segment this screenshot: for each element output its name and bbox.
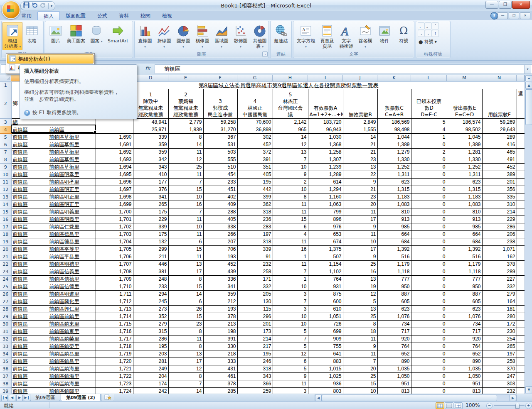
cell-value[interactable]: 23 <box>343 193 377 201</box>
cell-village[interactable]: 前鎮區鎮海里 <box>48 380 96 387</box>
column-header-E[interactable]: E <box>168 75 203 81</box>
row-header-6[interactable]: 6 <box>0 141 11 148</box>
cell-value[interactable]: 623 <box>377 178 411 186</box>
cell-value[interactable]: 11 <box>343 350 377 358</box>
cell-value[interactable]: 236 <box>237 216 273 223</box>
cell-value[interactable]: 197 <box>237 230 273 238</box>
cell-value[interactable]: 229 <box>133 216 168 223</box>
cell-value[interactable]: 258 <box>237 268 273 275</box>
cell-value[interactable]: 985 <box>377 223 411 230</box>
cell-value[interactable]: 332 <box>237 283 273 290</box>
cell-value[interactable]: 9 <box>343 223 377 230</box>
cell-value[interactable]: 21 <box>343 148 377 156</box>
cell-partial[interactable] <box>517 156 525 163</box>
column-header-L[interactable]: L <box>411 75 447 81</box>
cell-value[interactable]: 245 <box>133 298 168 305</box>
cell-value[interactable]: 10 <box>273 163 308 171</box>
row-header-11[interactable]: 11 <box>0 178 11 186</box>
cell-value[interactable]: 25 <box>343 372 377 380</box>
button-區域圖[interactable]: 區域圖 ▾ <box>212 22 231 50</box>
cell-value[interactable]: 7 <box>273 156 308 163</box>
cell-value[interactable]: 623 <box>377 305 411 313</box>
cell-value[interactable]: 0 <box>411 275 447 283</box>
cell-village[interactable]: 前鎮區前鎮里 <box>48 313 96 320</box>
row-header-29[interactable]: 29 <box>0 313 11 320</box>
cell-value[interactable]: 1,311 <box>377 171 411 178</box>
tab-檢視[interactable]: 檢視 <box>156 11 178 20</box>
cell-station[interactable]: 1,722 <box>96 372 133 380</box>
cell-value[interactable]: 764 <box>447 343 482 350</box>
cell-value[interactable]: 1,179 <box>377 260 411 268</box>
cell-district[interactable]: 前鎮區 <box>11 335 48 343</box>
cell-station[interactable]: 1,706 <box>96 253 133 260</box>
button-物件[interactable]: 物件 <box>375 22 394 45</box>
special-glyph-button[interactable]: 、 <box>418 22 425 29</box>
cell-value[interactable]: 439 <box>203 268 237 275</box>
cell-value[interactable]: 283 <box>237 223 273 230</box>
cell-value[interactable]: 318 <box>237 238 273 245</box>
cell-value[interactable]: 0 <box>411 186 447 193</box>
cell-partial[interactable] <box>517 350 525 358</box>
cell-value[interactable]: 16 <box>343 268 377 275</box>
cell-value[interactable]: 1,315 <box>377 186 411 193</box>
cell-value[interactable]: 336 <box>203 275 237 283</box>
cell-district[interactable]: 前鎮區 <box>11 193 48 201</box>
cell-district[interactable]: 前鎮區 <box>11 201 48 208</box>
cell-value[interactable]: 21 <box>343 186 377 193</box>
cell-district[interactable]: 前鎮區 <box>11 290 48 298</box>
cell-station[interactable]: 1,716 <box>96 328 133 335</box>
cell-value[interactable]: 1,083 <box>377 201 411 208</box>
cell-value[interactable]: 29,643 <box>482 126 517 133</box>
cell-value[interactable]: 9 <box>273 372 308 380</box>
cell-district[interactable]: 前鎮區 <box>11 163 48 171</box>
cell-value[interactable]: 254 <box>482 335 517 343</box>
cell-value[interactable]: 335 <box>482 193 517 201</box>
cell-value[interactable]: 1,050 <box>377 372 411 380</box>
cell-value[interactable]: 0 <box>411 208 447 216</box>
cell-value[interactable]: 8 <box>168 328 203 335</box>
cell-value[interactable]: 6 <box>273 358 308 365</box>
row-header-39[interactable]: 39 <box>0 387 11 394</box>
cell-value[interactable]: 0 <box>411 253 447 260</box>
cell-value[interactable]: 213 <box>203 320 237 328</box>
cell-value[interactable]: 249 <box>133 365 168 372</box>
cell-value[interactable]: 610 <box>308 305 343 313</box>
cell-value[interactable]: 1,015 <box>308 365 343 372</box>
maximize-button[interactable]: ❐ <box>499 1 512 9</box>
cell-value[interactable]: 465 <box>482 148 517 156</box>
column-header-K[interactable]: K <box>377 75 411 81</box>
cell-value[interactable]: 5 <box>273 365 308 372</box>
cell-value[interactable]: 1,555 <box>343 126 377 133</box>
row-header-17[interactable]: 17 <box>0 223 11 230</box>
undo-icon[interactable] <box>32 2 38 10</box>
cell-value[interactable]: 59,269 <box>482 118 517 126</box>
special-glyph-button[interactable]: ； <box>418 30 425 37</box>
cell-village[interactable]: 前鎮區草衙里 <box>48 156 96 163</box>
workbook-close-button[interactable]: ✕ <box>520 12 530 19</box>
cell-value[interactable]: 232 <box>237 260 273 268</box>
cell-value[interactable]: 342 <box>133 156 168 163</box>
cell-value[interactable]: 1,118 <box>447 268 482 275</box>
cell-value[interactable]: 175 <box>133 230 168 238</box>
cell-station[interactable]: 1,713 <box>96 305 133 313</box>
cell-station[interactable]: 1,707 <box>96 260 133 268</box>
cell-value[interactable]: 0 <box>411 365 447 372</box>
cell-value[interactable]: 1,050 <box>447 372 482 380</box>
cell-value[interactable]: 726 <box>308 320 343 328</box>
cell-value[interactable]: 664 <box>447 230 482 238</box>
cell-value[interactable]: 0 <box>411 350 447 358</box>
cell-value[interactable]: 8 <box>273 193 308 201</box>
cell-district[interactable]: 前鎮區 <box>11 298 48 305</box>
cell-partial[interactable] <box>517 387 525 394</box>
row-header-23[interactable]: 23 <box>0 268 11 275</box>
cell-value[interactable]: 1,044 <box>377 133 411 141</box>
cell-value[interactable]: 516 <box>377 253 411 260</box>
cell-value[interactable]: 9 <box>343 253 377 260</box>
cell-value[interactable]: 19 <box>343 283 377 290</box>
cell-village[interactable]: 前鎮區信義里 <box>48 268 96 275</box>
cell-value[interactable]: 2,142 <box>273 118 308 126</box>
cell-value[interactable]: 242 <box>133 387 168 394</box>
cell-village[interactable]: 前鎮區明義里 <box>48 216 96 223</box>
cell-value[interactable]: 230 <box>482 328 517 335</box>
cell-district[interactable]: 前鎮區 <box>11 260 48 268</box>
